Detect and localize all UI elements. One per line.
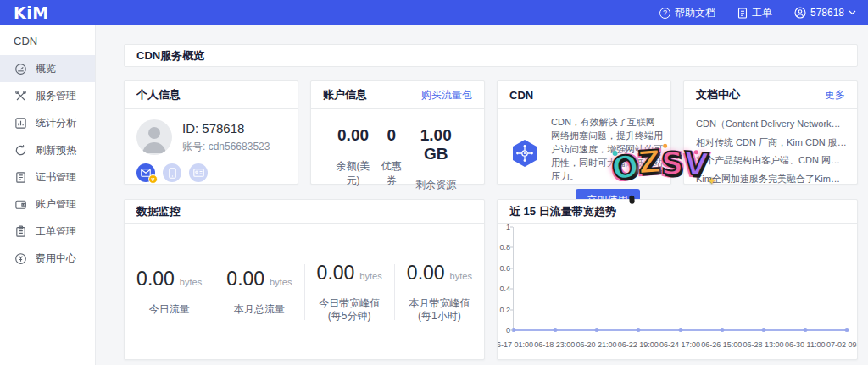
ticket-label: 工单: [752, 6, 772, 20]
topbar: KiM ? 帮助文档 工单 578618: [0, 0, 868, 25]
email-verified-badge: v: [136, 163, 155, 182]
x-tick-label: 06-28 13:00: [743, 340, 783, 349]
x-tick-label: 06-20 21:00: [576, 340, 616, 349]
data-monitor-card: 数据监控 0.00bytes 今日流量 0.00bytes 本月总流量 0.00…: [124, 199, 485, 360]
profile-card: 个人信息 ID: 578618 账号: cdn56683523 v: [124, 80, 298, 185]
sidebar-title: CDN: [0, 25, 95, 55]
tools-icon: [14, 90, 27, 102]
data-point: [595, 328, 599, 332]
sidebar-item-label: 统计分析: [36, 116, 76, 130]
buy-traffic-pack-link[interactable]: 购买流量包: [421, 88, 472, 102]
today-peak-value: 0.00: [317, 262, 355, 285]
sidebar-item-label: 费用中心: [36, 252, 76, 266]
today-bandwidth-peak-stat: 0.00bytes 今日带宽峰值 (每5分钟): [305, 262, 394, 323]
doc-link-item[interactable]: 相对传统 CDN 厂商，Kim CDN 服务完全实现全自…: [696, 134, 847, 152]
month-traffic-stat: 0.00bytes 本月总流量: [214, 268, 303, 316]
data-point: [845, 328, 849, 332]
phone-badge: [163, 163, 181, 182]
sidebar: CDN 概览 服务管理 统计分析 刷新预热 证书管理 账户管理 工单管理 费用中…: [0, 25, 96, 365]
sidebar-item-overview[interactable]: 概览: [0, 55, 95, 82]
bar-chart-icon: [14, 117, 27, 130]
today-traffic-value: 0.00: [136, 268, 175, 290]
y-tick-label: 1: [499, 224, 510, 231]
data-point: [637, 328, 641, 332]
x-tick-label: 06-30 11:00: [785, 340, 825, 349]
trend-plot: [513, 227, 847, 330]
fee-icon: [14, 252, 27, 265]
doc-link-item[interactable]: CDN（Content Delivery Network），也即内容分发…: [696, 115, 847, 134]
sidebar-item-statistics[interactable]: 统计分析: [0, 109, 95, 136]
chevron-down-icon: [849, 10, 856, 15]
help-icon: ?: [659, 8, 670, 19]
phone-badge-icon: [169, 168, 176, 179]
cdn-card-title: CDN: [509, 89, 533, 102]
sidebar-item-ticket-mgmt[interactable]: 工单管理: [0, 218, 95, 245]
help-docs-button[interactable]: ? 帮助文档: [659, 6, 715, 20]
unit-label: bytes: [180, 277, 202, 287]
data-point: [803, 328, 807, 332]
unit-label: bytes: [270, 277, 292, 287]
clipboard-icon: [14, 225, 27, 238]
page-title-bar: CDN服务概览: [124, 44, 858, 67]
coupon-value: 0: [376, 126, 406, 145]
x-tick-label: 06-17 01:00: [497, 340, 533, 349]
trend-chart-card: 近 15 日流量带宽趋势 00.20.40.60.81 06-17 01:000…: [497, 199, 858, 360]
app-logo: KiM: [14, 3, 49, 22]
y-tick-mark: [510, 289, 513, 290]
coupon-label: 优惠券: [376, 159, 406, 188]
month-bandwidth-peak-stat: 0.00bytes 本月带宽峰值 (每1小时): [395, 262, 484, 323]
balance-stat: 0.00 余额(美元): [330, 126, 376, 192]
docs-card: 文档中心 更多 CDN（Content Delivery Network），也即…: [683, 80, 858, 185]
y-tick-mark: [510, 247, 513, 248]
page-title: CDN服务概览: [136, 48, 204, 64]
cdn-hexagon-icon: [509, 138, 540, 169]
data-point: [554, 328, 558, 332]
y-tick-label: 0.6: [499, 264, 510, 272]
today-traffic-label: 今日流量: [125, 302, 214, 316]
x-tick-label: 07-02 09:00: [826, 340, 858, 349]
idcard-badge-icon: [193, 169, 204, 177]
account-card-title: 账户信息: [323, 87, 367, 102]
user-account-value: 账号: cdn56683523: [182, 140, 270, 154]
monitor-card-title: 数据监控: [136, 204, 181, 219]
user-icon: [794, 7, 806, 19]
x-tick-label: 06-18 23:00: [534, 340, 575, 349]
balance-value: 0.00: [330, 126, 376, 145]
idcard-badge: [189, 163, 208, 182]
balance-label: 余额(美元): [330, 159, 376, 188]
docs-more-link[interactable]: 更多: [825, 88, 845, 102]
y-tick-mark: [510, 268, 513, 268]
cdn-description: CDN，有效解决了互联网网络拥塞问题，提升终端用户访问速度，增强网站的可用性，同…: [551, 115, 664, 183]
x-tick-label: 06-22 19:00: [618, 340, 659, 349]
remaining-label: 剩余资源: [406, 178, 465, 192]
today-traffic-stat: 0.00bytes 今日流量: [125, 268, 214, 316]
user-id-label: 578618: [810, 7, 844, 19]
month-peak-value: 0.00: [407, 262, 445, 285]
refresh-icon: [14, 144, 27, 157]
doc-link-item[interactable]: 整个产品架构由客户端、CDN 网络、企业源站，…: [696, 152, 847, 170]
month-peak-sublabel: (每1小时): [395, 310, 484, 323]
doc-link-item[interactable]: Kim全网加速服务完美融合了Kim对象存储和 CDN …: [696, 170, 847, 189]
remaining-value: 1.00 GB: [406, 126, 465, 163]
today-peak-label: 今日带宽峰值: [305, 296, 394, 310]
docs-card-title: 文档中心: [696, 87, 740, 102]
account-card: 账户信息 购买流量包 0.00 余额(美元) 0 优惠券 1.00 GB 剩余资…: [310, 80, 485, 185]
sidebar-item-refresh-prewarm[interactable]: 刷新预热: [0, 136, 95, 163]
ticket-button[interactable]: 工单: [737, 6, 772, 20]
sidebar-item-label: 账户管理: [36, 197, 76, 212]
sidebar-item-service-mgmt[interactable]: 服务管理: [0, 82, 95, 109]
x-tick-label: 06-24 17:00: [659, 340, 700, 349]
y-tick-label: 0: [499, 327, 510, 335]
x-axis-labels: 06-17 01:0006-18 23:0006-20 21:0006-22 1…: [513, 339, 847, 349]
y-tick-label: 0.2: [499, 306, 510, 313]
x-tick-label: 06-26 15:00: [701, 340, 742, 349]
sidebar-item-billing[interactable]: 费用中心: [0, 245, 95, 272]
sidebar-item-certificates[interactable]: 证书管理: [0, 163, 95, 191]
month-traffic-value: 0.00: [226, 268, 264, 290]
sidebar-item-account-mgmt[interactable]: 账户管理: [0, 191, 95, 218]
data-point: [761, 328, 765, 332]
user-menu[interactable]: 578618: [794, 7, 856, 19]
unit-label: bytes: [450, 271, 472, 281]
sidebar-item-label: 刷新预热: [36, 143, 76, 158]
coupon-stat: 0 优惠券: [376, 126, 406, 192]
